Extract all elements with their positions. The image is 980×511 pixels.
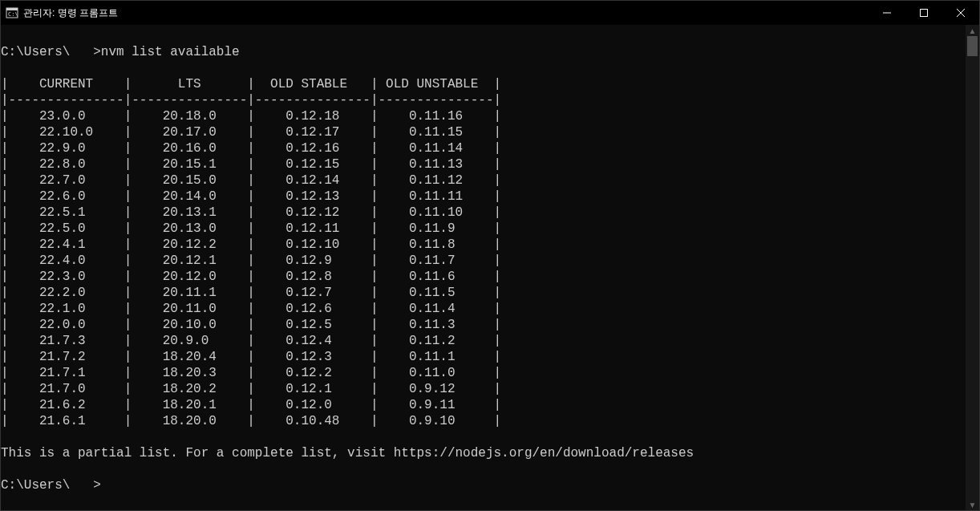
window-title: 관리자: 명령 프롬프트 [23,6,118,20]
app-icon: C:\ [6,6,18,19]
command-prompt-window: C:\ 관리자: 명령 프롬프트 C:\Users\ >nvm list ava… [0,0,980,511]
scroll-up-arrow[interactable]: ▲ [966,25,979,36]
scroll-down-arrow[interactable]: ▼ [966,499,979,510]
vertical-scrollbar[interactable]: ▲ ▼ [966,25,979,510]
svg-rect-1 [6,8,18,10]
terminal-area: C:\Users\ >nvm list available | CURRENT … [1,25,979,510]
maximize-button[interactable] [905,1,942,25]
close-button[interactable] [942,1,979,25]
minimize-button[interactable] [869,1,905,25]
titlebar[interactable]: C:\ 관리자: 명령 프롬프트 [1,1,979,25]
scroll-thumb[interactable] [967,36,978,56]
svg-rect-3 [921,10,928,17]
svg-text:C:\: C:\ [8,11,18,18]
terminal-output[interactable]: C:\Users\ >nvm list available | CURRENT … [1,25,966,510]
